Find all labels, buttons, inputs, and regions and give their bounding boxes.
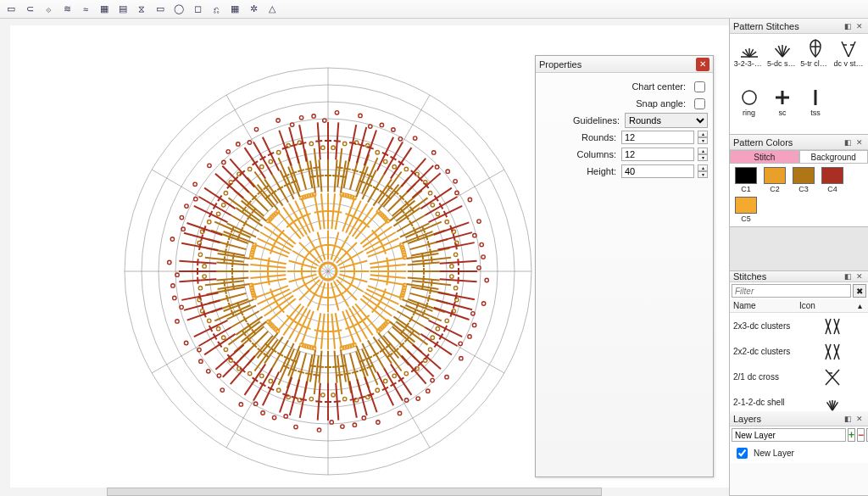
pattern-stitch-three-two-three-dc[interactable]: 3-2-3-d… xyxy=(733,37,765,85)
pattern-stitch-five-tr-cluster[interactable]: 5-tr clu… xyxy=(800,37,832,85)
svg-point-665 xyxy=(207,370,210,373)
gear-icon[interactable]: ✲ xyxy=(246,2,261,17)
layer-visible-checkbox[interactable] xyxy=(737,448,748,459)
clear-filter-button[interactable]: ✖ xyxy=(853,284,866,298)
color-swatch-C4[interactable] xyxy=(821,167,843,184)
svg-point-443 xyxy=(321,393,325,397)
svg-point-428 xyxy=(376,388,379,392)
snap-angle-checkbox[interactable] xyxy=(694,98,705,109)
chart-center-checkbox[interactable] xyxy=(694,81,705,92)
tab-stitch-color[interactable]: Stitch xyxy=(730,150,799,164)
properties-panel[interactable]: Properties ✕ Chart center: Snap angle: G… xyxy=(535,55,714,477)
panel-undock-icon[interactable]: ◧ xyxy=(843,21,853,31)
svg-point-576 xyxy=(450,265,453,268)
svg-line-36 xyxy=(331,296,338,298)
col-header-icon[interactable]: Icon xyxy=(799,301,858,310)
svg-point-539 xyxy=(331,146,335,149)
close-icon[interactable]: ✕ xyxy=(696,58,709,71)
color-swatch-C2[interactable] xyxy=(764,167,786,184)
svg-point-662 xyxy=(261,411,264,415)
panel-undock-icon[interactable]: ◧ xyxy=(843,271,853,281)
svg-point-663 xyxy=(239,403,242,406)
rounds-spin-up[interactable]: ▴ xyxy=(698,131,708,137)
svg-point-682 xyxy=(175,320,179,323)
tab-background-color[interactable]: Background xyxy=(799,150,869,164)
stitch-library-row[interactable]: 2x2-dc clusters xyxy=(730,338,868,364)
svg-line-386 xyxy=(431,280,432,287)
svg-point-769 xyxy=(369,125,372,128)
select-tool-icon[interactable]: ▭ xyxy=(3,2,19,17)
table-tool-icon[interactable]: ▦ xyxy=(227,2,242,17)
panel-undock-icon[interactable]: ◧ xyxy=(843,414,853,424)
height-spin-up[interactable]: ▴ xyxy=(698,164,708,171)
svg-point-447 xyxy=(277,388,281,392)
stitch-library-row[interactable]: 2/1 dc cross xyxy=(730,364,868,389)
columns-spin-down[interactable]: ▾ xyxy=(698,154,708,161)
stitch-library-row[interactable]: 2x3-dc clusters xyxy=(730,313,868,338)
new-layer-name-input[interactable] xyxy=(732,428,846,442)
svg-line-622 xyxy=(359,397,365,398)
panel-title: Stitches xyxy=(733,271,766,281)
svg-point-475 xyxy=(216,326,220,330)
path-tool-icon[interactable]: ⎌ xyxy=(209,2,224,17)
guidelines-select[interactable]: RoundsRowsNone xyxy=(625,113,708,128)
grid-tool-icon[interactable]: ▦ xyxy=(97,2,112,17)
panel-close-icon[interactable]: ✕ xyxy=(854,21,865,31)
svg-line-486 xyxy=(226,241,228,248)
line-tool-icon[interactable]: ≋ xyxy=(59,2,75,17)
rounds-input[interactable] xyxy=(621,131,694,144)
move-tool-icon[interactable]: ⟐ xyxy=(41,2,56,17)
layer-row[interactable]: New Layer xyxy=(733,445,865,461)
height-input[interactable] xyxy=(621,164,694,178)
curve-tool-icon[interactable]: ≈ xyxy=(78,2,93,17)
pattern-stitch-sc[interactable]: sc xyxy=(766,86,798,134)
columns-input[interactable] xyxy=(621,148,694,161)
svg-line-678 xyxy=(199,293,201,300)
panel-title: Pattern Colors xyxy=(733,137,793,148)
swatch-label: C2 xyxy=(770,185,780,193)
lasso-tool-icon[interactable]: ⊂ xyxy=(22,2,37,17)
warning-icon[interactable]: △ xyxy=(264,2,280,17)
pattern-stitch-tss[interactable]: tss xyxy=(800,86,832,134)
color-swatch-C3[interactable] xyxy=(793,167,815,184)
rounds-spin-down[interactable]: ▾ xyxy=(698,137,708,144)
color-swatch-C1[interactable] xyxy=(735,167,757,184)
svg-point-589 xyxy=(473,233,476,237)
panel-title: Layers xyxy=(733,414,761,424)
svg-line-578 xyxy=(458,259,459,265)
svg-point-459 xyxy=(260,374,264,377)
panel-close-icon[interactable]: ✕ xyxy=(854,271,865,281)
pattern-stitch-five-dc-shell[interactable]: 5-dc sh… xyxy=(766,37,798,85)
blob-tool-icon[interactable]: ◯ xyxy=(171,2,186,17)
outline-tool-icon[interactable]: ◻ xyxy=(190,2,205,17)
pattern-stitch-dc-v-st[interactable]: dc v st … xyxy=(833,37,865,85)
svg-point-643 xyxy=(362,416,365,420)
svg-point-661 xyxy=(284,415,287,418)
columns-spin-up[interactable]: ▴ xyxy=(698,148,708,154)
svg-line-474 xyxy=(224,280,225,287)
height-spin-down[interactable]: ▾ xyxy=(698,171,708,178)
svg-line-516 xyxy=(291,172,298,175)
svg-point-492 xyxy=(198,253,202,256)
add-layer-button[interactable]: + xyxy=(848,428,855,442)
pattern-stitch-ring[interactable]: ring xyxy=(733,86,765,134)
rect-tool-icon[interactable]: ▭ xyxy=(153,2,168,17)
dock-right: Pattern Stitches ◧ ✕ 3-2-3-d…5-dc sh…5-t… xyxy=(729,19,868,496)
panel-close-icon[interactable]: ✕ xyxy=(854,137,865,148)
remove-layer-button[interactable]: − xyxy=(857,428,865,442)
horizontal-scrollbar[interactable] xyxy=(107,488,602,496)
panel-undock-icon[interactable]: ◧ xyxy=(843,137,853,148)
color-swatch-C5[interactable] xyxy=(735,197,757,214)
stitch-name: 2x3-dc clusters xyxy=(733,321,799,331)
shape-a-icon[interactable]: ⧖ xyxy=(134,2,149,17)
svg-line-784 xyxy=(453,234,455,241)
stitch-filter-input[interactable] xyxy=(732,284,851,298)
svg-point-575 xyxy=(453,253,457,256)
col-header-name[interactable]: Name xyxy=(733,301,799,310)
align-tool-icon[interactable]: ▤ xyxy=(115,2,131,17)
svg-point-396 xyxy=(453,286,457,289)
svg-point-751 xyxy=(290,123,293,126)
panel-close-icon[interactable]: ✕ xyxy=(854,414,865,424)
svg-point-508 xyxy=(224,191,227,194)
properties-titlebar[interactable]: Properties ✕ xyxy=(536,56,713,73)
